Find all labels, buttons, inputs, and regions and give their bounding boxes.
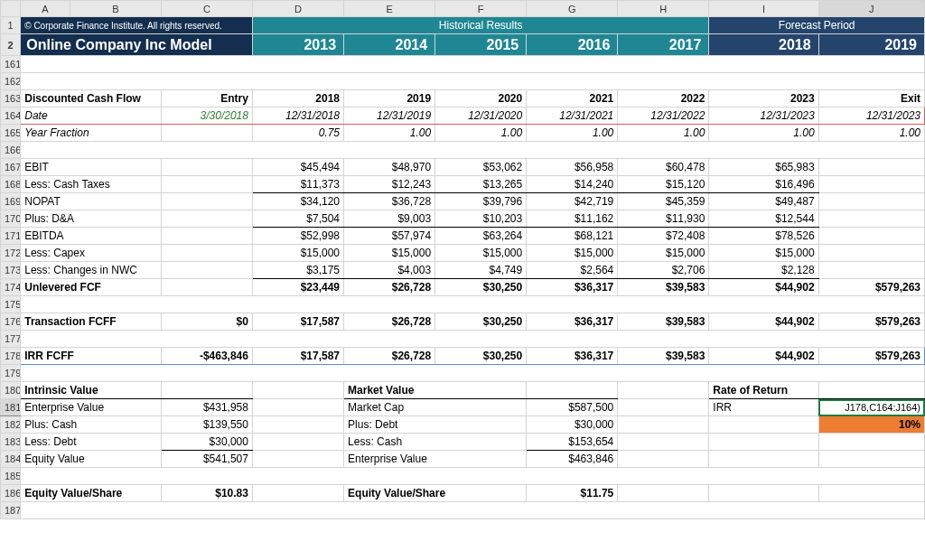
nwc-e[interactable]: $4,003: [344, 262, 435, 279]
value-headers-row[interactable]: 180 Intrinsic Value Market Value Rate of…: [1, 382, 925, 399]
tfcff-row[interactable]: 176 Transaction FCFF $0 $17,587 $26,728 …: [1, 313, 925, 331]
row-header-1[interactable]: 1: [1, 17, 21, 34]
yf-g[interactable]: 1.00: [527, 125, 618, 142]
nopat-e[interactable]: $36,728: [344, 193, 435, 210]
tax-f[interactable]: $13,265: [435, 176, 527, 193]
yf-h[interactable]: 1.00: [618, 125, 709, 142]
tfcff-g[interactable]: $36,317: [527, 313, 618, 331]
mv-cash-val[interactable]: $153,654: [527, 434, 618, 451]
col-C[interactable]: C: [161, 1, 252, 17]
dcf-header-row[interactable]: 163 Discounted Cash Flow Entry 2018 2019…: [1, 90, 925, 107]
nopat-h[interactable]: $45,359: [618, 193, 709, 210]
tax-e[interactable]: $12,243: [344, 176, 435, 193]
tfcff-d[interactable]: $17,587: [252, 313, 343, 331]
ufcf-g[interactable]: $36,317: [527, 279, 618, 296]
ufcf-f[interactable]: $30,250: [435, 279, 527, 296]
iv-ev-val[interactable]: $431,958: [161, 399, 252, 416]
col-E[interactable]: E: [344, 1, 435, 17]
row-186[interactable]: 186 Equity Value/Share $10.83 Equity Val…: [1, 485, 925, 502]
nopat-f[interactable]: $39,796: [435, 193, 527, 210]
ebitda-i[interactable]: $78,526: [709, 228, 818, 245]
ufcf-h[interactable]: $39,583: [618, 279, 709, 296]
da-g[interactable]: $11,162: [527, 210, 618, 228]
tfcff-j[interactable]: $579,263: [818, 313, 924, 331]
capex-row[interactable]: 172 Less: Capex $15,000 $15,000 $15,000 …: [1, 245, 925, 262]
nopat-row[interactable]: 169 NOPAT $34,120 $36,728 $39,796 $42,71…: [1, 193, 925, 210]
ufcf-e[interactable]: $26,728: [344, 279, 435, 296]
date-2020[interactable]: 12/31/2020: [435, 107, 527, 125]
col-F[interactable]: F: [435, 1, 527, 17]
da-h[interactable]: $11,930: [618, 210, 709, 228]
da-row[interactable]: 170 Plus: D&A $7,504 $9,003 $10,203 $11,…: [1, 210, 925, 228]
irr-value[interactable]: 10%: [818, 416, 924, 434]
nwc-g[interactable]: $2,564: [527, 262, 618, 279]
ebitda-g[interactable]: $68,121: [527, 228, 618, 245]
mv-cap-val[interactable]: $587,500: [527, 399, 618, 416]
row-183[interactable]: 183 Less: Debt $30,000 Less: Cash $153,6…: [1, 434, 925, 451]
yf-f[interactable]: 1.00: [435, 125, 527, 142]
ufcf-row[interactable]: 174 Unlevered FCF $23,449 $26,728 $30,25…: [1, 279, 925, 296]
capex-i[interactable]: $15,000: [709, 245, 818, 262]
capex-f[interactable]: $15,000: [435, 245, 527, 262]
da-e[interactable]: $9,003: [344, 210, 435, 228]
capex-h[interactable]: $15,000: [618, 245, 709, 262]
col-A[interactable]: A: [21, 1, 70, 17]
ebit-i[interactable]: $65,983: [709, 159, 818, 176]
ebit-h[interactable]: $60,478: [618, 159, 709, 176]
nwc-d[interactable]: $3,175: [252, 262, 343, 279]
column-headers[interactable]: A B C D E F G H I J: [1, 1, 925, 17]
irrfcff-g[interactable]: $36,317: [527, 348, 618, 365]
tax-d[interactable]: $11,373: [252, 176, 343, 193]
ebit-g[interactable]: $56,958: [527, 159, 618, 176]
yf-i[interactable]: 1.00: [709, 125, 818, 142]
da-d[interactable]: $7,504: [252, 210, 343, 228]
taxes-row[interactable]: 168 Less: Cash Taxes $11,373 $12,243 $13…: [1, 176, 925, 193]
nopat-d[interactable]: $34,120: [252, 193, 343, 210]
ufcf-d[interactable]: $23,449: [252, 279, 343, 296]
tax-g[interactable]: $14,240: [527, 176, 618, 193]
irr-fcff-row[interactable]: 178 IRR FCFF -$463,846 $17,587 $26,728 $…: [1, 348, 925, 365]
tfcff-c[interactable]: $0: [161, 313, 252, 331]
iv-ps-val[interactable]: $10.83: [161, 485, 252, 502]
col-D[interactable]: D: [252, 1, 343, 17]
iv-equity-val[interactable]: $541,507: [161, 451, 252, 468]
ebitda-f[interactable]: $63,264: [435, 228, 527, 245]
col-H[interactable]: H: [618, 1, 709, 17]
date-2018[interactable]: 12/31/2018: [252, 107, 343, 125]
nwc-h[interactable]: $2,706: [618, 262, 709, 279]
row-header-161[interactable]: 161: [1, 56, 21, 73]
da-i[interactable]: $12,544: [709, 210, 818, 228]
yf-e[interactable]: 1.00: [344, 125, 435, 142]
row-1[interactable]: 1 © Corporate Finance Institute. All rig…: [1, 17, 925, 34]
date-2021[interactable]: 12/31/2021: [527, 107, 618, 125]
irrfcff-h[interactable]: $39,583: [618, 348, 709, 365]
ebit-row[interactable]: 167 EBIT $45,494 $48,970 $53,062 $56,958…: [1, 159, 925, 176]
ufcf-j[interactable]: $579,263: [818, 279, 924, 296]
date-2022[interactable]: 12/31/2022: [618, 107, 709, 125]
col-I[interactable]: I: [709, 1, 818, 17]
ebit-e[interactable]: $48,970: [344, 159, 435, 176]
date-row[interactable]: 164 Date 3/30/2018 12/31/2018 12/31/2019…: [1, 107, 925, 125]
ebit-d[interactable]: $45,494: [252, 159, 343, 176]
iv-cash-val[interactable]: $139,550: [161, 416, 252, 434]
tax-i[interactable]: $16,496: [709, 176, 818, 193]
date-entry[interactable]: 3/30/2018: [161, 107, 252, 125]
mv-ps-val[interactable]: $11.75: [527, 485, 618, 502]
tfcff-h[interactable]: $39,583: [618, 313, 709, 331]
row-header-162[interactable]: 162: [1, 73, 21, 90]
ebit-f[interactable]: $53,062: [435, 159, 527, 176]
ufcf-i[interactable]: $44,902: [709, 279, 818, 296]
col-B[interactable]: B: [70, 1, 161, 17]
year-fraction-row[interactable]: 165 Year Fraction 0.75 1.00 1.00 1.00 1.…: [1, 125, 925, 142]
nwc-row[interactable]: 173 Less: Changes in NWC $3,175 $4,003 $…: [1, 262, 925, 279]
row-182[interactable]: 182 Plus: Cash $139,550 Plus: Debt $30,0…: [1, 416, 925, 434]
date-2023[interactable]: 12/31/2023: [709, 107, 818, 125]
tax-h[interactable]: $15,120: [618, 176, 709, 193]
yf-d[interactable]: 0.75: [252, 125, 343, 142]
tfcff-i[interactable]: $44,902: [709, 313, 818, 331]
row-181[interactable]: 181 Enterprise Value $431,958 Market Cap…: [1, 399, 925, 416]
yf-j[interactable]: 1.00: [818, 125, 924, 142]
capex-g[interactable]: $15,000: [527, 245, 618, 262]
irrfcff-c[interactable]: -$463,846: [161, 348, 252, 365]
irrfcff-e[interactable]: $26,728: [344, 348, 435, 365]
